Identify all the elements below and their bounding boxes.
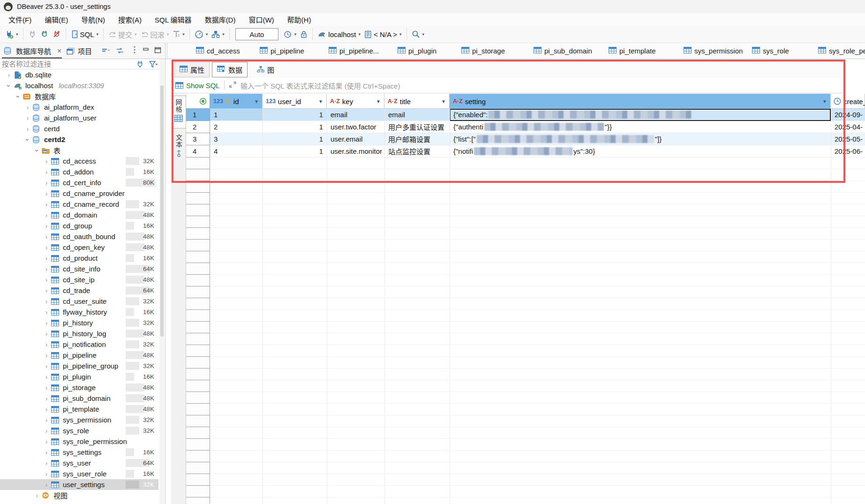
- tree-item-cd-user-suite[interactable]: ›cd_user_suite32K: [0, 296, 158, 307]
- tree-item-cd-cname-provider[interactable]: ›cd_cname_provider: [0, 188, 158, 199]
- commit-mode-box[interactable]: Auto: [235, 28, 278, 40]
- chevron-collapsed-icon[interactable]: ›: [43, 470, 50, 478]
- tree-item-localhost[interactable]: ›localhostlocalhost:3309: [0, 80, 158, 91]
- column-filter-arrow-icon[interactable]: ▼: [376, 99, 381, 104]
- tree-item-cd-access[interactable]: ›cd_access32K: [0, 156, 158, 166]
- cell-row1-create_ti[interactable]: 2024-09-: [831, 109, 865, 121]
- search-button[interactable]: ▾: [410, 29, 427, 40]
- row-number-1[interactable]: 1: [186, 109, 210, 121]
- cell-row1-user_id[interactable]: 1: [263, 109, 327, 121]
- cell-row1-key[interactable]: email: [327, 109, 384, 121]
- sidebar-scrollbar-thumb[interactable]: [160, 85, 164, 337]
- cell-row2-user_id[interactable]: 1: [263, 121, 327, 133]
- editor-tab-pi-plugin[interactable]: pi_plugin: [398, 43, 436, 59]
- result-tab-data[interactable]: 数据: [212, 62, 248, 77]
- editor-tab-sys-permission[interactable]: sys_permission: [684, 43, 743, 59]
- cell-row2-id[interactable]: 2: [210, 121, 263, 133]
- chevron-collapsed-icon[interactable]: ›: [43, 438, 50, 445]
- menu-help[interactable]: 帮助(H): [281, 15, 318, 24]
- tree-item-certd[interactable]: ›certd: [0, 123, 158, 134]
- tree-item-clipped-folder[interactable]: ›: [0, 501, 158, 504]
- tree-item-certd2[interactable]: ›certd2: [0, 134, 158, 145]
- reconnect-button[interactable]: [38, 29, 51, 40]
- cell-row1-title[interactable]: email: [384, 109, 450, 121]
- chevron-collapsed-icon[interactable]: ›: [6, 71, 12, 79]
- editor-tab-pi-pipeline[interactable]: pi_pipeline...: [329, 43, 379, 59]
- chevron-collapsed-icon[interactable]: ›: [43, 255, 50, 262]
- chevron-collapsed-icon[interactable]: ›: [43, 416, 50, 424]
- tree-item-user-settings[interactable]: ›user_settings32K: [0, 479, 158, 490]
- network-settings-button[interactable]: ▾: [210, 29, 226, 40]
- disconnect-button[interactable]: [51, 29, 63, 40]
- performance-button[interactable]: ▾: [193, 29, 210, 40]
- chevron-collapsed-icon[interactable]: ›: [34, 503, 40, 504]
- chevron-collapsed-icon[interactable]: ›: [43, 427, 50, 435]
- tree-item-cd-cert-info[interactable]: ›cd_cert_info80K: [0, 177, 158, 188]
- column-header-setting[interactable]: A·Zsetting▼: [450, 94, 831, 109]
- tree-item-sys-role-permission[interactable]: ›sys_role_permission: [0, 436, 158, 447]
- menu-database[interactable]: 数据库(D): [198, 15, 242, 24]
- chevron-collapsed-icon[interactable]: ›: [43, 265, 50, 273]
- column-header-id[interactable]: 123id▼: [210, 94, 263, 109]
- tree-item-cd-site-ip[interactable]: ›cd_site_ip48K: [0, 274, 158, 285]
- filter-expression-placeholder[interactable]: 输入一个 SQL 表达式来过滤结果 (使用 Ctrl+Space): [241, 81, 400, 90]
- cell-row1-id[interactable]: 1: [210, 109, 263, 121]
- minimize-icon[interactable]: [142, 46, 150, 56]
- presentation-tab-grid[interactable]: 网格: [171, 96, 186, 128]
- tree-item-pi-plugin[interactable]: ›pi_plugin16K: [0, 371, 158, 382]
- panel-divider[interactable]: [165, 43, 165, 504]
- rollback-button[interactable]: 回滚 ▾: [139, 28, 171, 41]
- chevron-collapsed-icon[interactable]: ›: [43, 308, 50, 316]
- sql-editor-button[interactable]: SQL ▾: [69, 29, 101, 40]
- tree-item-flyway-history[interactable]: ›flyway_history16K: [0, 307, 158, 317]
- tab-database-navigator[interactable]: 数据库导航 ×: [4, 43, 61, 59]
- menu-window[interactable]: 窗口(W): [242, 15, 280, 24]
- editor-tab-pi-template[interactable]: pi_template: [609, 43, 656, 59]
- cell-row3-create_ti[interactable]: 2025-05-: [831, 133, 865, 145]
- tree-item-cd-product[interactable]: ›cd_product16K: [0, 253, 158, 263]
- cell-row4-setting[interactable]: {"notifiys":30}: [450, 145, 831, 158]
- cell-row2-key[interactable]: user.two.factor: [327, 121, 384, 133]
- chevron-collapsed-icon[interactable]: ›: [43, 179, 50, 187]
- expand-filter-icon[interactable]: [229, 81, 237, 90]
- editor-tab-sys-role-per[interactable]: sys_role_per...: [818, 43, 865, 59]
- column-header-title[interactable]: A·Ztitle▼: [384, 94, 450, 109]
- view-menu-icon[interactable]: [133, 45, 136, 57]
- tree-item-cd-oauth-bound[interactable]: ›cd_oauth_bound48K: [0, 231, 158, 242]
- commit-button[interactable]: 提交 ▾: [106, 28, 139, 41]
- connection-selector[interactable]: localhost ▾: [316, 29, 362, 40]
- row-number-2[interactable]: 2: [186, 121, 210, 133]
- cell-row4-create_ti[interactable]: 2025-06-: [831, 145, 865, 158]
- tree-item-sys-user[interactable]: ›sys_user64K: [0, 458, 158, 468]
- chevron-collapsed-icon[interactable]: ›: [43, 373, 50, 381]
- transaction-log-button[interactable]: ▾: [171, 29, 187, 40]
- tab-projects[interactable]: 项目: [67, 43, 92, 59]
- result-tab-diagram[interactable]: 图: [252, 62, 279, 77]
- chevron-expanded-icon[interactable]: ›: [24, 136, 31, 143]
- chevron-collapsed-icon[interactable]: ›: [43, 395, 50, 402]
- chevron-collapsed-icon[interactable]: ›: [43, 276, 50, 284]
- chevron-collapsed-icon[interactable]: ›: [43, 222, 50, 230]
- menu-sql-editor[interactable]: SQL 编辑器: [148, 15, 198, 24]
- column-filter-arrow-icon[interactable]: ▼: [254, 99, 259, 104]
- chevron-collapsed-icon[interactable]: ›: [43, 459, 50, 467]
- tree-item-tables[interactable]: ›表: [0, 145, 158, 156]
- cell-row3-setting[interactable]: {"list":[""]}: [450, 133, 831, 145]
- column-header-user_id[interactable]: 123user_id▼: [263, 94, 327, 109]
- database-selector[interactable]: < N/A > ▾: [362, 29, 404, 40]
- tree-item-pi-notification[interactable]: ›pi_notification32K: [0, 339, 158, 350]
- tree-item-cd-domain[interactable]: ›cd_domain48K: [0, 210, 158, 220]
- row-number-3[interactable]: 3: [186, 133, 210, 145]
- tree-item-cd-site-info[interactable]: ›cd_site_info64K: [0, 263, 158, 274]
- cell-row2-setting[interactable]: {"authenti"}}: [450, 121, 831, 133]
- cell-row4-key[interactable]: user.site.monitor: [327, 145, 384, 158]
- editor-tab-pi-pipeline[interactable]: pi_pipeline: [260, 43, 304, 59]
- chevron-expanded-icon[interactable]: ›: [5, 83, 13, 89]
- cell-row3-user_id[interactable]: 1: [263, 133, 327, 145]
- chevron-collapsed-icon[interactable]: ›: [24, 104, 31, 111]
- chevron-collapsed-icon[interactable]: ›: [43, 244, 50, 251]
- tree-item-sys-settings[interactable]: ›sys_settings16K: [0, 447, 158, 458]
- editor-tab-sys-role[interactable]: sys_role: [752, 43, 789, 59]
- tree-item-databases[interactable]: ›数据库: [0, 91, 158, 102]
- cell-row3-key[interactable]: user.email: [327, 133, 384, 145]
